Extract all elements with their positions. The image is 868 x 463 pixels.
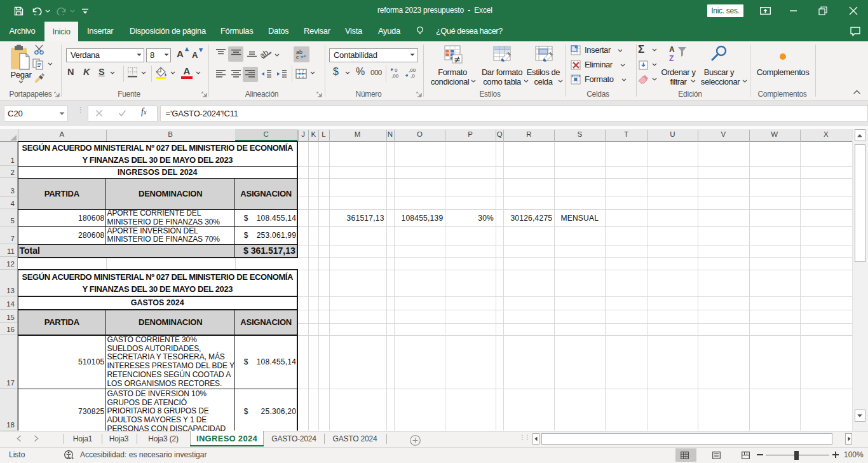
svg-text:A: A <box>669 45 675 54</box>
svg-text:,00: ,00 <box>409 67 416 73</box>
svg-text:Z: Z <box>669 54 674 63</box>
svg-text:0: 0 <box>395 67 398 73</box>
svg-text:,0: ,0 <box>410 73 415 79</box>
svg-text:c: c <box>296 54 299 60</box>
svg-text:,00: ,00 <box>391 73 399 79</box>
